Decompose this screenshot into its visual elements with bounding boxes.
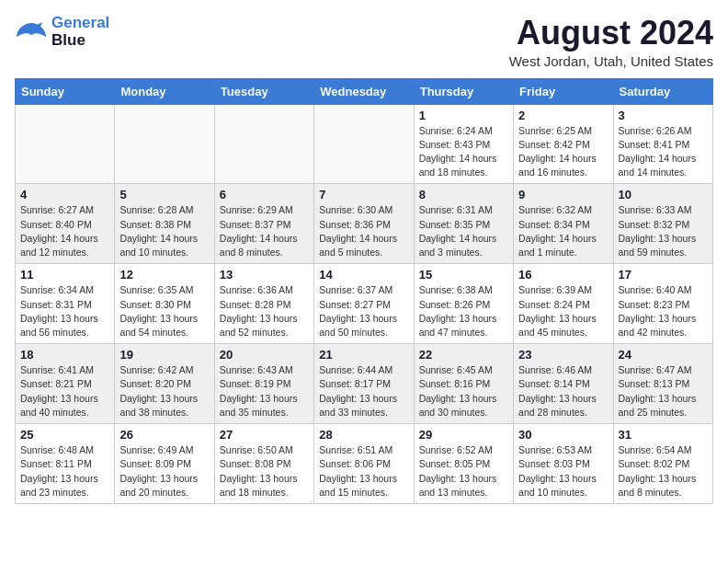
calendar-cell: 23Sunrise: 6:46 AMSunset: 8:14 PMDayligh… [514,344,613,424]
day-number: 17 [619,268,708,282]
day-number: 6 [220,188,309,201]
day-info: Sunrise: 6:33 AMSunset: 8:32 PMDaylight:… [619,203,708,259]
day-info: Sunrise: 6:50 AMSunset: 8:08 PMDaylight:… [220,443,309,500]
day-info: Sunrise: 6:31 AMSunset: 8:35 PMDaylight:… [419,203,508,259]
calendar-cell: 13Sunrise: 6:36 AMSunset: 8:28 PMDayligh… [214,264,313,344]
calendar-cell: 2Sunrise: 6:25 AMSunset: 8:42 PMDaylight… [514,104,613,184]
day-number: 29 [419,428,508,442]
calendar-week-row: 18Sunrise: 6:41 AMSunset: 8:21 PMDayligh… [16,344,713,424]
day-info: Sunrise: 6:47 AMSunset: 8:13 PMDaylight:… [619,363,708,419]
day-number: 27 [220,428,309,442]
weekday-header: Saturday [613,78,712,104]
calendar-cell [115,104,214,184]
calendar-cell: 24Sunrise: 6:47 AMSunset: 8:13 PMDayligh… [613,344,712,424]
weekday-header: Friday [514,78,613,104]
day-info: Sunrise: 6:35 AMSunset: 8:30 PMDaylight:… [119,283,209,339]
day-number: 25 [20,428,109,442]
weekday-header: Thursday [414,78,513,104]
weekday-header: Wednesday [314,78,414,104]
calendar-cell: 29Sunrise: 6:52 AMSunset: 8:05 PMDayligh… [414,424,513,504]
calendar-cell: 22Sunrise: 6:45 AMSunset: 8:16 PMDayligh… [414,344,513,424]
day-info: Sunrise: 6:41 AMSunset: 8:21 PMDaylight:… [20,363,109,419]
calendar-cell: 14Sunrise: 6:37 AMSunset: 8:27 PMDayligh… [314,264,414,344]
day-info: Sunrise: 6:44 AMSunset: 8:17 PMDaylight:… [319,363,408,419]
day-info: Sunrise: 6:46 AMSunset: 8:14 PMDaylight:… [518,363,608,419]
logo-icon [15,18,48,46]
day-info: Sunrise: 6:28 AMSunset: 8:38 PMDaylight:… [119,203,209,259]
day-info: Sunrise: 6:42 AMSunset: 8:20 PMDaylight:… [119,363,209,419]
calendar-cell: 8Sunrise: 6:31 AMSunset: 8:35 PMDaylight… [414,184,513,264]
day-info: Sunrise: 6:36 AMSunset: 8:28 PMDaylight:… [220,283,309,339]
day-info: Sunrise: 6:32 AMSunset: 8:34 PMDaylight:… [518,203,608,259]
calendar-cell: 26Sunrise: 6:49 AMSunset: 8:09 PMDayligh… [115,424,214,504]
day-info: Sunrise: 6:52 AMSunset: 8:05 PMDaylight:… [419,443,508,500]
day-info: Sunrise: 6:25 AMSunset: 8:42 PMDaylight:… [518,124,608,180]
day-number: 31 [619,428,708,442]
calendar-cell: 3Sunrise: 6:26 AMSunset: 8:41 PMDaylight… [613,104,712,184]
calendar-cell: 10Sunrise: 6:33 AMSunset: 8:32 PMDayligh… [613,184,712,264]
calendar-cell: 25Sunrise: 6:48 AMSunset: 8:11 PMDayligh… [16,424,115,504]
calendar-cell: 4Sunrise: 6:27 AMSunset: 8:40 PMDaylight… [16,184,115,264]
day-number: 20 [220,348,309,362]
day-info: Sunrise: 6:24 AMSunset: 8:43 PMDaylight:… [419,124,508,180]
calendar-cell [314,104,414,184]
day-number: 1 [419,109,508,122]
day-number: 7 [319,188,408,201]
day-info: Sunrise: 6:51 AMSunset: 8:06 PMDaylight:… [319,443,408,500]
weekday-header-row: SundayMondayTuesdayWednesdayThursdayFrid… [16,78,713,104]
day-number: 28 [319,428,408,442]
day-number: 30 [518,428,608,442]
calendar-cell: 31Sunrise: 6:54 AMSunset: 8:02 PMDayligh… [613,424,712,504]
day-info: Sunrise: 6:54 AMSunset: 8:02 PMDaylight:… [619,443,708,500]
day-info: Sunrise: 6:48 AMSunset: 8:11 PMDaylight:… [20,443,109,500]
calendar-cell: 19Sunrise: 6:42 AMSunset: 8:20 PMDayligh… [115,344,214,424]
weekday-header: Monday [115,78,214,104]
day-number: 18 [20,348,109,362]
calendar-week-row: 4Sunrise: 6:27 AMSunset: 8:40 PMDaylight… [16,184,713,264]
calendar-cell [214,104,313,184]
day-number: 8 [419,188,508,201]
calendar-cell: 6Sunrise: 6:29 AMSunset: 8:37 PMDaylight… [214,184,313,264]
logo-text: General Blue [51,15,109,49]
day-info: Sunrise: 6:30 AMSunset: 8:36 PMDaylight:… [319,203,408,259]
calendar-week-row: 1Sunrise: 6:24 AMSunset: 8:43 PMDaylight… [16,104,713,184]
main-title: August 2024 [509,15,713,52]
day-info: Sunrise: 6:45 AMSunset: 8:16 PMDaylight:… [419,363,508,419]
day-info: Sunrise: 6:37 AMSunset: 8:27 PMDaylight:… [319,283,408,339]
day-number: 24 [619,348,708,362]
day-number: 12 [119,268,209,282]
calendar-cell: 30Sunrise: 6:53 AMSunset: 8:03 PMDayligh… [514,424,613,504]
day-number: 22 [419,348,508,362]
calendar-cell: 17Sunrise: 6:40 AMSunset: 8:23 PMDayligh… [613,264,712,344]
day-info: Sunrise: 6:39 AMSunset: 8:24 PMDaylight:… [518,283,608,339]
day-number: 19 [119,348,209,362]
calendar-cell: 11Sunrise: 6:34 AMSunset: 8:31 PMDayligh… [16,264,115,344]
title-block: August 2024 West Jordan, Utah, United St… [509,15,713,69]
day-info: Sunrise: 6:53 AMSunset: 8:03 PMDaylight:… [518,443,608,500]
day-info: Sunrise: 6:27 AMSunset: 8:40 PMDaylight:… [20,203,109,259]
day-number: 16 [518,268,608,282]
calendar: SundayMondayTuesdayWednesdayThursdayFrid… [15,78,713,504]
calendar-week-row: 11Sunrise: 6:34 AMSunset: 8:31 PMDayligh… [16,264,713,344]
day-number: 9 [518,188,608,201]
day-number: 2 [518,109,608,122]
day-number: 14 [319,268,408,282]
calendar-cell: 9Sunrise: 6:32 AMSunset: 8:34 PMDaylight… [514,184,613,264]
calendar-cell: 12Sunrise: 6:35 AMSunset: 8:30 PMDayligh… [115,264,214,344]
day-info: Sunrise: 6:38 AMSunset: 8:26 PMDaylight:… [419,283,508,339]
calendar-cell: 5Sunrise: 6:28 AMSunset: 8:38 PMDaylight… [115,184,214,264]
day-number: 13 [220,268,309,282]
logo: General Blue [15,15,109,49]
day-info: Sunrise: 6:26 AMSunset: 8:41 PMDaylight:… [619,124,708,180]
calendar-cell: 18Sunrise: 6:41 AMSunset: 8:21 PMDayligh… [16,344,115,424]
calendar-cell: 27Sunrise: 6:50 AMSunset: 8:08 PMDayligh… [214,424,313,504]
day-info: Sunrise: 6:34 AMSunset: 8:31 PMDaylight:… [20,283,109,339]
calendar-cell: 28Sunrise: 6:51 AMSunset: 8:06 PMDayligh… [314,424,414,504]
day-number: 3 [619,109,708,122]
calendar-cell [16,104,115,184]
calendar-cell: 16Sunrise: 6:39 AMSunset: 8:24 PMDayligh… [514,264,613,344]
calendar-cell: 1Sunrise: 6:24 AMSunset: 8:43 PMDaylight… [414,104,513,184]
day-number: 23 [518,348,608,362]
day-number: 10 [619,188,708,201]
calendar-cell: 7Sunrise: 6:30 AMSunset: 8:36 PMDaylight… [314,184,414,264]
